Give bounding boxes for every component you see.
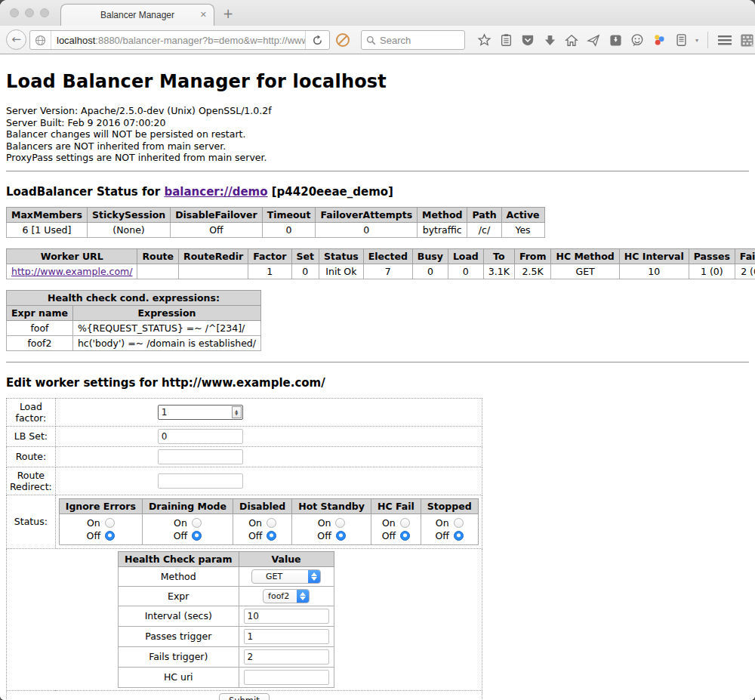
col-set: Set <box>291 248 319 264</box>
persist-note-line: Balancer changes will NOT be persisted o… <box>6 128 749 140</box>
chevron-down-icon[interactable]: ▾ <box>695 37 698 44</box>
tab-close-icon[interactable]: ✕ <box>200 10 207 20</box>
hc-interval-input[interactable] <box>244 609 329 624</box>
tab-bar: Balancer Manager ✕ + <box>0 0 755 26</box>
hc-fails-input[interactable] <box>244 649 329 665</box>
stopped-radios: On Off <box>421 513 478 544</box>
status-header-row: Ignore Errors Draining Mode Disabled Hot… <box>59 498 478 513</box>
archive-addon-icon[interactable] <box>673 32 689 48</box>
select-arrows-icon <box>297 589 309 603</box>
col-ignore-errors: Ignore Errors <box>59 498 142 513</box>
server-version-line: Server Version: Apache/2.5.0-dev (Unix) … <box>6 105 749 117</box>
cell-set: 0 <box>291 264 319 279</box>
hc-passes-input[interactable] <box>244 629 329 644</box>
cell-factor: 1 <box>248 264 291 279</box>
hc-fail-off-radio[interactable] <box>400 531 410 541</box>
chat-smiley-icon[interactable] <box>630 32 645 48</box>
load-factor-input[interactable] <box>158 405 243 420</box>
tab-balancer-manager[interactable]: Balancer Manager ✕ <box>60 4 214 26</box>
pocket-icon[interactable] <box>520 32 535 48</box>
hc-expressions-table: Health check cond. expressions: Expr nam… <box>6 290 261 351</box>
route-label: Route: <box>7 446 56 467</box>
lb-set-input[interactable] <box>158 429 243 444</box>
home-icon[interactable] <box>564 32 579 48</box>
server-built-line: Server Built: Feb 9 2016 07:00:20 <box>6 117 749 129</box>
lb-set-cell <box>55 426 482 446</box>
disabled-off-radio[interactable] <box>267 531 276 541</box>
reload-button[interactable] <box>306 35 329 46</box>
on-label: On <box>87 517 100 529</box>
submit-button[interactable]: Submit <box>219 693 270 700</box>
balancer-demo-link[interactable]: balancer://demo <box>164 185 267 199</box>
cell-worker-url: http://www.example.com/ <box>7 264 137 279</box>
hc-uri-label: HC uri <box>119 667 239 687</box>
route-input[interactable] <box>158 449 243 464</box>
hc-expr-cell: foof2 <box>239 586 334 606</box>
reading-list-icon[interactable] <box>498 32 513 48</box>
hot-standby-off-radio[interactable] <box>336 531 346 541</box>
save-to-device-icon[interactable] <box>608 32 623 48</box>
hc-method-row: Method GET <box>119 566 334 586</box>
download-icon[interactable] <box>542 32 557 48</box>
cell-route <box>137 264 179 279</box>
hc-params-cell: Health Check param Value Method GET <box>7 548 482 690</box>
cell-expression: hc('body') =~ /domain is established/ <box>72 335 260 350</box>
draining-mode-off-radio[interactable] <box>192 531 202 541</box>
menu-hamburger-icon[interactable] <box>717 32 732 48</box>
minimize-window-button[interactable] <box>25 8 34 17</box>
bookmark-star-icon[interactable] <box>476 32 492 48</box>
hc-uri-input[interactable] <box>244 670 329 685</box>
hot-standby-on-radio[interactable] <box>335 518 345 528</box>
col-route: Route <box>137 248 179 264</box>
expr-select-value: foof2 <box>268 591 289 601</box>
select-arrows-icon <box>308 569 320 584</box>
cell-from: 2.5K <box>514 264 551 279</box>
cell-routeredir <box>179 264 248 279</box>
search-input[interactable] <box>380 35 455 46</box>
route-redirect-input[interactable] <box>158 473 243 489</box>
col-hc-interval: HC Interval <box>619 248 689 264</box>
hc-expr-row: foof %{REQUEST_STATUS} =~ /^[234]/ <box>7 320 261 335</box>
url-input[interactable]: localhost:8880/balancer-manager?b=demo&w… <box>51 35 305 46</box>
expr-select[interactable]: foof2 <box>263 589 310 603</box>
colored-dots-addon-icon[interactable] <box>652 32 667 48</box>
grid-addon-icon[interactable] <box>739 32 754 48</box>
ignore-errors-off-radio[interactable] <box>105 531 115 541</box>
content-blocked-icon[interactable] <box>335 32 350 48</box>
hc-fails-label: Fails trigger) <box>119 646 239 667</box>
hc-fails-cell <box>239 646 334 667</box>
table-header-row: Worker URL Route RouteRedir Factor Set S… <box>7 248 755 264</box>
cell-busy: 0 <box>412 264 448 279</box>
col-passes: Passes <box>689 248 735 264</box>
draining-mode-on-radio[interactable] <box>192 518 202 528</box>
close-window-button[interactable] <box>10 8 19 17</box>
method-select[interactable]: GET <box>251 569 321 584</box>
col-failoverattempts: FailoverAttempts <box>316 207 418 222</box>
heading-prefix: LoadBalancer Status for <box>6 185 164 199</box>
url-bar[interactable]: localhost:8880/balancer-manager?b=demo&w… <box>29 30 330 50</box>
method-select-value: GET <box>266 572 282 581</box>
stopped-on-radio[interactable] <box>454 518 464 528</box>
number-stepper-icon[interactable]: ▲▼ <box>232 406 242 418</box>
hc-fail-on-radio[interactable] <box>400 518 410 528</box>
proxypass-note-line: ProxyPass settings are NOT inherited fro… <box>6 152 749 164</box>
worker-url-link[interactable]: http://www.example.com/ <box>11 266 132 277</box>
on-label: On <box>318 517 331 529</box>
hc-uri-cell <box>239 667 334 687</box>
stopped-off-radio[interactable] <box>454 531 464 541</box>
col-elected: Elected <box>363 248 412 264</box>
disabled-on-radio[interactable] <box>267 518 276 528</box>
col-fails: Fails <box>735 248 755 264</box>
zoom-window-button[interactable] <box>40 8 49 17</box>
col-worker-url: Worker URL <box>7 248 137 264</box>
status-radio-row: On Off On Off On Off <box>59 513 478 544</box>
ignore-errors-on-radio[interactable] <box>105 518 115 528</box>
new-tab-button[interactable]: + <box>223 6 233 21</box>
back-button[interactable]: ← <box>6 29 26 50</box>
send-plane-icon[interactable] <box>586 32 601 48</box>
off-label: Off <box>87 529 100 542</box>
load-factor-cell: ▲▼ <box>55 398 482 426</box>
cell-fails: 2 (0) <box>735 264 755 279</box>
search-bar[interactable] <box>361 30 465 50</box>
status-cell: Ignore Errors Draining Mode Disabled Hot… <box>55 495 482 548</box>
